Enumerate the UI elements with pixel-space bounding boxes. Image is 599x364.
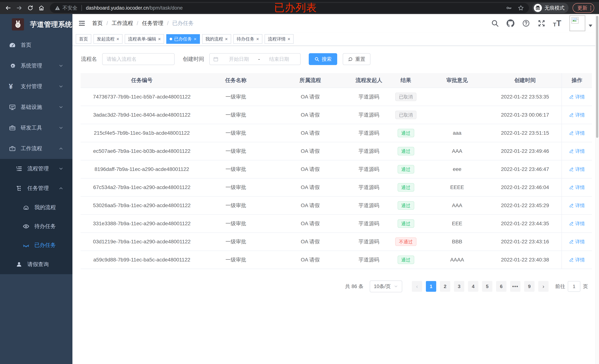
page-ellipsis[interactable]: ••• — [510, 281, 520, 292]
tab-close-icon[interactable]: × — [256, 36, 259, 41]
detail-link[interactable]: 详情 — [569, 94, 585, 100]
sidebar-item-label: 支付管理 — [21, 83, 58, 90]
browser-update-button[interactable]: 更新 — [573, 3, 594, 13]
starter-cell: 芋道源码 — [352, 178, 386, 196]
tags-view-bar: 首页发起流程×流程表单-编辑×已办任务×我的流程×待办任务×流程详情× — [72, 33, 599, 46]
page-button-1[interactable]: 1 — [426, 281, 436, 292]
tab-close-icon[interactable]: × — [158, 36, 161, 41]
prev-page-button[interactable]: ‹ — [412, 281, 422, 292]
tab-close-icon[interactable]: × — [288, 36, 290, 41]
page-button-3[interactable]: 3 — [454, 281, 464, 292]
tab-todo-task[interactable]: 待办任务× — [233, 34, 262, 44]
page-button-4[interactable]: 4 — [468, 281, 478, 292]
detail-link[interactable]: 详情 — [569, 257, 585, 263]
font-size-icon[interactable]: TT — [553, 19, 561, 27]
scrollbar-thumb[interactable] — [596, 16, 598, 138]
table-header-cell: 结果 — [386, 73, 426, 88]
starter-cell: 芋道源码 — [352, 124, 386, 142]
bookmark-star-icon[interactable] — [518, 5, 524, 11]
eye-open-icon — [23, 223, 30, 230]
sidebar-item-infra[interactable]: 基础设施 — [0, 97, 72, 117]
eye-closed-icon — [23, 242, 30, 249]
range-separator: - — [258, 56, 260, 62]
starter-cell: 芋道源码 — [352, 142, 386, 160]
detail-link[interactable]: 详情 — [569, 130, 585, 136]
main-content: 首页/工作流程/任务管理/已办任务 TT 首页发起流程×流程表单-编辑×已办任务… — [72, 14, 599, 364]
page-button-5[interactable]: 5 — [482, 281, 492, 292]
password-key-icon[interactable] — [506, 5, 512, 11]
browser-reload-button[interactable] — [26, 3, 35, 13]
detail-link[interactable]: 详情 — [569, 184, 585, 191]
breadcrumb-item[interactable]: 任务管理 — [142, 20, 163, 27]
comment-cell: EEE — [426, 215, 489, 232]
reset-button[interactable]: 重置 — [343, 53, 370, 65]
tab-close-icon[interactable]: × — [225, 36, 228, 41]
detail-link-label: 详情 — [575, 148, 585, 154]
detail-link[interactable]: 详情 — [569, 112, 585, 118]
task-name-cell: 一级审批 — [203, 233, 269, 250]
page-size-select[interactable]: 10条/页 — [370, 281, 402, 292]
date-range-picker[interactable]: 开始日期 - 结束日期 — [209, 53, 301, 65]
sidebar-collapse-icon[interactable] — [78, 19, 86, 27]
page-annotation-title: 已办列表 — [274, 1, 317, 15]
breadcrumb-item[interactable]: 工作流程 — [112, 20, 133, 27]
page-button-9[interactable]: 9 — [524, 281, 535, 292]
tab-start-process[interactable]: 发起流程× — [94, 34, 123, 44]
help-icon[interactable] — [522, 19, 530, 27]
sidebar: 芋道管理系统 首页系统管理¥支付管理基础设施研发工具工作流程流程管理任务管理我的… — [0, 14, 72, 364]
chevron-down-icon — [394, 284, 398, 289]
tab-home[interactable]: 首页 — [76, 34, 91, 44]
dashboard-icon — [9, 42, 16, 49]
sidebar-item-todo-task[interactable]: 待办任务 — [0, 217, 72, 236]
sidebar-item-leave-query[interactable]: 请假查询 — [0, 255, 72, 274]
edit-icon — [569, 131, 574, 135]
detail-link[interactable]: 详情 — [569, 221, 585, 227]
sidebar-item-process-mgmt[interactable]: 流程管理 — [0, 159, 72, 178]
breadcrumb-item[interactable]: 首页 — [92, 20, 103, 27]
created-time-cell: 2022-01-22 23:40:38 — [489, 251, 562, 269]
sidebar-item-home[interactable]: 首页 — [0, 35, 72, 55]
table-row: 67c534a2-7b9a-11ec-a290-acde48001122一级审批… — [80, 178, 592, 197]
tab-my-process[interactable]: 我的流程× — [202, 34, 231, 44]
detail-link[interactable]: 详情 — [569, 148, 585, 154]
tab-form-edit[interactable]: 流程表单-编辑× — [125, 34, 164, 44]
detail-link[interactable]: 详情 — [569, 239, 585, 245]
avatar[interactable] — [569, 15, 585, 31]
create-time-label: 创建时间 — [183, 55, 204, 63]
goto-page-input[interactable] — [568, 281, 580, 292]
next-page-button[interactable]: › — [538, 281, 549, 292]
search-button[interactable]: 搜索 — [309, 53, 337, 65]
browser-back-button[interactable] — [3, 3, 13, 13]
tab-process-detail[interactable]: 流程详情× — [264, 34, 294, 44]
tab-close-icon[interactable]: × — [194, 36, 196, 41]
table-header-cell: 流程发起人 — [352, 73, 386, 88]
tab-done-task[interactable]: 已办任务× — [166, 34, 200, 44]
result-cell: 不通过 — [386, 233, 426, 250]
page-button-6[interactable]: 6 — [496, 281, 506, 292]
sidebar-item-workflow[interactable]: 工作流程 — [0, 138, 72, 159]
sidebar-item-done-task[interactable]: 已办任务 — [0, 236, 72, 255]
tab-label: 流程表单-编辑 — [128, 36, 156, 42]
sidebar-item-my-process[interactable]: 我的流程 — [0, 198, 72, 217]
sidebar-item-payment[interactable]: ¥支付管理 — [0, 76, 72, 97]
update-label: 更新 — [577, 5, 587, 11]
detail-link[interactable]: 详情 — [569, 202, 585, 209]
fullscreen-icon[interactable] — [537, 19, 546, 27]
search-icon[interactable] — [491, 19, 499, 27]
tab-close-icon[interactable]: × — [116, 36, 119, 41]
browser-menu-icon[interactable] — [590, 6, 591, 10]
process-name-input[interactable] — [102, 53, 175, 65]
detail-link[interactable]: 详情 — [569, 166, 585, 173]
sidebar-item-devtools[interactable]: 研发工具 — [0, 117, 72, 138]
browser-home-button[interactable] — [36, 3, 46, 13]
actions-cell: 详情 — [562, 251, 592, 269]
page-scrollbar[interactable] — [595, 14, 599, 364]
sidebar-item-label: 首页 — [21, 41, 72, 49]
sidebar-item-label: 流程管理 — [27, 165, 58, 172]
page-button-2[interactable]: 2 — [440, 281, 450, 292]
sidebar-item-system[interactable]: 系统管理 — [0, 55, 72, 76]
sidebar-item-task-mgmt[interactable]: 任务管理 — [0, 178, 72, 198]
browser-forward-button[interactable] — [14, 3, 24, 13]
avatar-caret-icon[interactable] — [589, 25, 592, 27]
github-icon[interactable] — [506, 19, 515, 27]
